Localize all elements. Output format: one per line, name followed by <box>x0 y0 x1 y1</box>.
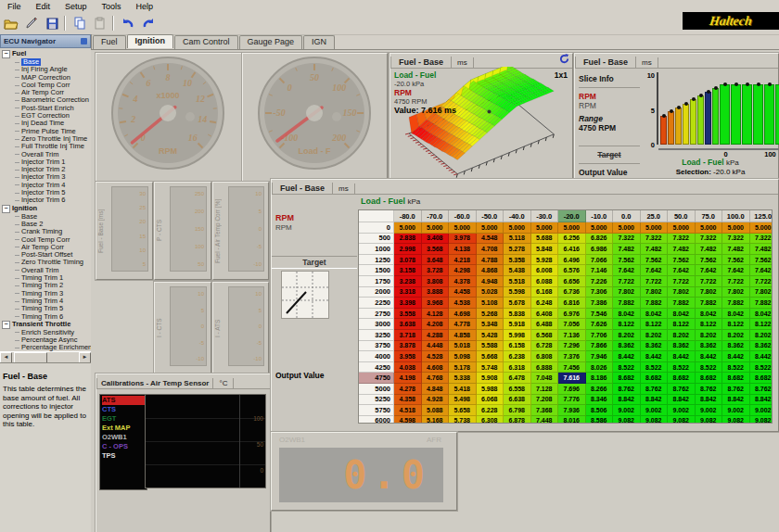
cell-5000-50[interactable]: 8.762 <box>668 384 696 395</box>
cell-4000--70[interactable]: 4.528 <box>422 351 450 362</box>
tree-item-barometric-correction[interactable]: Barometric Correction <box>15 96 91 104</box>
tree-item-base[interactable]: Base <box>15 213 91 221</box>
cell-2750--20[interactable]: 6.976 <box>558 309 586 320</box>
target-crosshair[interactable] <box>281 271 329 319</box>
tree-item-injector-trim-2[interactable]: Injector Trim 2 <box>15 166 91 173</box>
cell-4250--60[interactable]: 5.178 <box>449 362 477 374</box>
cell-4000-50[interactable]: 8.442 <box>668 351 696 362</box>
cell-4750--60[interactable]: 5.338 <box>449 373 477 384</box>
col-header--50[interactable]: -50.0 <box>477 210 504 222</box>
cell-3750--10[interactable]: 7.866 <box>586 341 614 352</box>
row-header-1000[interactable]: 1000 <box>359 244 394 255</box>
cell-2000--60[interactable]: 4.458 <box>449 287 477 298</box>
row-header-1500[interactable]: 1500 <box>359 265 394 276</box>
cell-5750--10[interactable]: 8.506 <box>586 405 614 416</box>
tree-item-overall-trim[interactable]: Overall Trim <box>15 267 91 274</box>
cell-500-75[interactable]: 7.322 <box>696 234 723 245</box>
tree-item-percentage-enrichmen[interactable]: Percentage Enrichmen <box>15 344 91 351</box>
cell-4000--40[interactable]: 6.238 <box>504 351 531 362</box>
slice-bar[interactable] <box>683 104 689 145</box>
cell-0--10[interactable]: 5.000 <box>586 222 614 234</box>
cell-0--20[interactable]: 5.000 <box>558 222 586 234</box>
row-header-2750[interactable]: 2750 <box>359 309 394 320</box>
scroll-left-arrow[interactable]: ◄ <box>0 352 12 363</box>
cell-2250-125[interactable]: 7.882 <box>750 298 773 309</box>
cell-1000--10[interactable]: 6.986 <box>586 244 614 255</box>
cell-4000-125[interactable]: 8.442 <box>750 351 773 362</box>
cell-500--20[interactable]: 6.256 <box>558 234 586 245</box>
tab-cam-control[interactable]: Cam Control <box>174 35 238 49</box>
cell-3000-125[interactable]: 8.122 <box>750 319 773 330</box>
cell-5750--80[interactable]: 4.518 <box>394 405 422 416</box>
cell-3250-0[interactable]: 8.202 <box>613 330 641 341</box>
cell-3250--80[interactable]: 3.718 <box>394 330 422 341</box>
cell-2250--40[interactable]: 5.678 <box>504 298 531 309</box>
cell-1750-0[interactable]: 7.722 <box>613 276 641 287</box>
row-header-0[interactable]: 0 <box>359 222 394 234</box>
cell-3750-25[interactable]: 8.362 <box>641 341 669 352</box>
cell-3250--20[interactable]: 7.136 <box>558 330 586 341</box>
cell-500--80[interactable]: 2.838 <box>394 234 422 245</box>
cell-2000-0[interactable]: 7.802 <box>613 287 641 298</box>
cell-6000--50[interactable]: 6.308 <box>477 416 504 424</box>
cell-1750--80[interactable]: 3.238 <box>394 276 422 287</box>
cell-1250--30[interactable]: 5.928 <box>531 255 559 266</box>
cell-3250--30[interactable]: 6.568 <box>531 330 559 341</box>
cell-2000--80[interactable]: 3.318 <box>394 287 422 298</box>
cell-0-25[interactable]: 5.000 <box>641 222 669 234</box>
cell-1500-125[interactable]: 7.642 <box>750 265 773 276</box>
cell-4750-125[interactable]: 8.682 <box>750 373 773 384</box>
cell-5250--30[interactable]: 7.208 <box>531 395 559 406</box>
cell-1500--50[interactable]: 4.868 <box>477 265 504 276</box>
cell-4250--50[interactable]: 5.748 <box>477 362 504 374</box>
cell-1750--10[interactable]: 7.226 <box>586 276 614 287</box>
cell-2000-75[interactable]: 7.802 <box>696 287 723 298</box>
cell-2250-0[interactable]: 7.882 <box>613 298 641 309</box>
row-header-4250[interactable]: 4250 <box>359 362 394 374</box>
cell-6000--70[interactable]: 5.168 <box>422 416 450 424</box>
slice-bar[interactable] <box>712 88 719 145</box>
cell-1250-0[interactable]: 7.562 <box>613 255 641 266</box>
cell-1750--30[interactable]: 6.088 <box>531 276 559 287</box>
cell-3000--60[interactable]: 4.778 <box>449 319 477 330</box>
cell-2250--80[interactable]: 3.398 <box>394 298 422 309</box>
cell-2250-75[interactable]: 7.882 <box>696 298 723 309</box>
row-header-3000[interactable]: 3000 <box>359 319 394 330</box>
tree-item-overall-trim[interactable]: Overall Trim <box>15 151 91 158</box>
cell-500-100[interactable]: 7.322 <box>722 234 750 245</box>
col-header-50[interactable]: 50.0 <box>668 210 696 222</box>
tab-gauge-page[interactable]: Gauge Page <box>239 35 303 49</box>
slice-panel-title[interactable]: Fuel - Base <box>575 57 636 68</box>
cell-3250--50[interactable]: 5.428 <box>477 330 504 341</box>
tree-item-timing-trim-3[interactable]: Timing Trim 3 <box>15 290 91 298</box>
cell-3750-75[interactable]: 8.362 <box>696 341 723 352</box>
cell-4750-50[interactable]: 8.682 <box>668 373 696 384</box>
collapse-icon[interactable]: − <box>2 50 10 58</box>
cell-1750--40[interactable]: 5.518 <box>504 276 531 287</box>
cell-0-50[interactable]: 5.000 <box>668 222 696 234</box>
tree-item-enrich-sensitivity[interactable]: Enrich Sensitivity <box>15 329 91 336</box>
cell-6000-75[interactable]: 9.082 <box>696 416 723 424</box>
cell-4000--30[interactable]: 6.808 <box>531 351 559 362</box>
cell-1250-125[interactable]: 7.562 <box>750 255 773 266</box>
cell-4250--30[interactable]: 6.888 <box>531 362 559 374</box>
col-header-125[interactable]: 125.0 <box>750 210 773 222</box>
cell-3750-0[interactable]: 8.362 <box>613 341 641 352</box>
sensor-egt[interactable]: EGT <box>102 414 145 424</box>
row-header-6000[interactable]: 6000 <box>359 416 394 424</box>
cell-4750--80[interactable]: 4.198 <box>394 373 422 384</box>
cell-2250--10[interactable]: 7.386 <box>586 298 614 309</box>
cell-5250--50[interactable]: 6.068 <box>477 395 504 406</box>
slice-bar[interactable] <box>753 84 763 145</box>
slice-bar[interactable] <box>668 111 674 145</box>
cell-5750--30[interactable]: 7.368 <box>531 405 559 416</box>
cell-4250--10[interactable]: 8.026 <box>586 362 614 374</box>
cell-4000--10[interactable]: 7.946 <box>586 351 614 362</box>
tab-ign[interactable]: IGN <box>303 35 335 49</box>
tree-item-injector-trim-5[interactable]: Injector Trim 5 <box>15 189 91 196</box>
cell-4000-75[interactable]: 8.442 <box>696 351 723 362</box>
cell-2000--50[interactable]: 5.028 <box>477 287 504 298</box>
cell-5000-100[interactable]: 8.762 <box>722 384 750 395</box>
tree-item-zero-throttle-inj-time[interactable]: Zero Throttle Inj Time <box>15 135 91 143</box>
copy-button[interactable] <box>70 15 89 32</box>
